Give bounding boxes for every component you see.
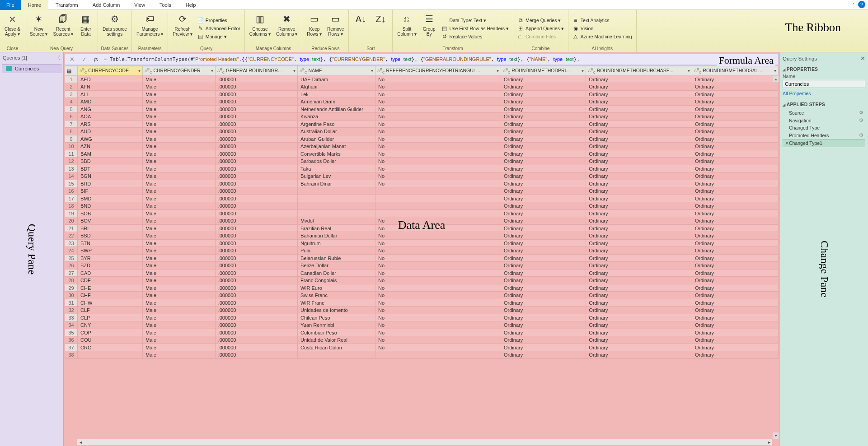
cell[interactable]: No <box>375 98 501 106</box>
cell[interactable]: Male <box>143 150 216 158</box>
replace-values-button[interactable]: ↺Replace Values <box>440 33 510 40</box>
cell[interactable]: No <box>375 277 501 284</box>
cell[interactable]: .000000 <box>215 284 297 292</box>
menu-tab-add-column[interactable]: Add Column <box>85 0 127 10</box>
formula-text[interactable]: = Table.TransformColumnTypes(#"Promoted … <box>103 56 768 62</box>
row-number[interactable]: 15 <box>65 180 78 187</box>
column-header[interactable]: ABC NAME▾ <box>298 66 375 76</box>
query-item-currencies[interactable]: Currencies <box>2 64 61 73</box>
cell[interactable]: Ordinary <box>501 150 586 158</box>
cell[interactable]: Ordinary <box>586 98 692 106</box>
cell[interactable]: Male <box>143 128 216 135</box>
merge-queries-button[interactable]: ⧉Merge Queries ▾ <box>516 17 565 24</box>
cell[interactable]: .000000 <box>215 329 297 336</box>
cell[interactable]: Male <box>143 165 216 172</box>
close-settings-icon[interactable]: ✕ <box>860 55 865 62</box>
cell[interactable]: Ordinary <box>692 202 778 210</box>
cell[interactable]: .000000 <box>215 113 297 121</box>
cell[interactable]: Ordinary <box>501 344 586 351</box>
cell[interactable]: Male <box>143 75 216 83</box>
cell[interactable]: CRC <box>78 344 143 351</box>
cell[interactable]: Male <box>143 314 216 321</box>
table-row[interactable]: 2AFNMale.000000AfghaniNoOrdinaryOrdinary… <box>65 83 779 91</box>
row-number[interactable]: 21 <box>65 224 78 232</box>
cell[interactable]: UAE Dirham <box>298 75 375 83</box>
cell[interactable]: .000000 <box>215 299 297 307</box>
cell[interactable]: Bahamian Dollar <box>298 232 375 240</box>
table-row[interactable]: 25BYRMale.000000Belarussian RubleNoOrdin… <box>65 254 779 262</box>
cell[interactable]: Male <box>143 269 216 277</box>
cell[interactable]: Ordinary <box>586 135 692 143</box>
cell[interactable]: No <box>375 321 501 329</box>
cell[interactable]: Ordinary <box>586 292 692 299</box>
cell[interactable]: Ordinary <box>501 314 586 321</box>
table-row[interactable]: 35COPMale.000000Colombian PesoNoOrdinary… <box>65 329 779 336</box>
cell[interactable]: No <box>375 336 501 344</box>
cell[interactable]: Ordinary <box>692 336 778 344</box>
cell[interactable]: Ordinary <box>586 113 692 121</box>
cell[interactable]: No <box>375 329 501 336</box>
cell[interactable]: Ordinary <box>586 209 692 217</box>
cell[interactable]: Male <box>143 336 216 344</box>
cell[interactable]: Afghani <box>298 83 375 91</box>
row-number[interactable]: 4 <box>65 98 78 106</box>
cell[interactable]: .000000 <box>215 277 297 284</box>
column-filter-icon[interactable]: ▾ <box>211 68 213 73</box>
row-number[interactable]: 2 <box>65 83 78 91</box>
delete-step-icon[interactable]: ✕ <box>785 140 789 146</box>
row-number[interactable]: 10 <box>65 143 78 150</box>
table-row[interactable]: 16BIFMale.000000OrdinaryOrdinaryOrdinary <box>65 187 779 195</box>
cell[interactable]: AUD <box>78 128 143 135</box>
cell[interactable]: No <box>375 128 501 135</box>
all-properties-link[interactable]: All Properties <box>783 91 865 96</box>
cell[interactable]: No <box>375 254 501 262</box>
cell[interactable]: Ordinary <box>501 202 586 210</box>
cell[interactable]: Ordinary <box>692 239 778 247</box>
cell[interactable]: Canadian Dollar <box>298 269 375 277</box>
cell[interactable]: Ordinary <box>692 83 778 91</box>
cell[interactable]: Male <box>143 299 216 307</box>
cell[interactable]: Male <box>143 284 216 292</box>
cell[interactable]: Swiss Franc <box>298 292 375 299</box>
column-filter-icon[interactable]: ▾ <box>688 68 690 73</box>
cell[interactable]: Ordinary <box>586 180 692 187</box>
cell[interactable]: AFN <box>78 83 143 91</box>
cell[interactable]: BND <box>78 202 143 210</box>
cell[interactable]: Male <box>143 292 216 299</box>
row-number[interactable]: 3 <box>65 90 78 98</box>
cell[interactable]: Male <box>143 217 216 225</box>
cell[interactable]: BTN <box>78 239 143 247</box>
cell[interactable]: .000000 <box>215 292 297 299</box>
cell[interactable]: Ordinary <box>586 329 692 336</box>
cell[interactable]: .000000 <box>215 150 297 158</box>
column-filter-icon[interactable]: ▾ <box>371 68 373 73</box>
column-header[interactable]: ABC ROUNDINGMETHODPURCHASE...▾ <box>586 66 692 76</box>
cell[interactable]: Ordinary <box>692 195 778 202</box>
cell[interactable]: Ordinary <box>692 224 778 232</box>
cell[interactable]: Ordinary <box>586 150 692 158</box>
cell[interactable]: Franc Congolais <box>298 277 375 284</box>
cell[interactable]: Ordinary <box>586 314 692 321</box>
cell[interactable]: Ordinary <box>586 143 692 150</box>
cell[interactable]: Ordinary <box>501 336 586 344</box>
cell[interactable]: .000000 <box>215 217 297 225</box>
cell[interactable]: Male <box>143 277 216 284</box>
cell[interactable]: .000000 <box>215 247 297 255</box>
applied-step[interactable]: Navigation⚙ <box>783 116 865 124</box>
cell[interactable]: No <box>375 83 501 91</box>
cell[interactable]: No <box>375 105 501 113</box>
advanced-editor-button[interactable]: ✎Advanced Editor <box>196 25 242 32</box>
cell[interactable] <box>298 209 375 217</box>
row-number[interactable]: 13 <box>65 165 78 172</box>
cell[interactable]: Taka <box>298 165 375 172</box>
cell[interactable]: .000000 <box>215 105 297 113</box>
collapse-ribbon-button[interactable]: ˄ <box>852 3 854 8</box>
cell[interactable]: Ordinary <box>692 351 778 359</box>
cell[interactable]: Ordinary <box>501 224 586 232</box>
cell[interactable]: COP <box>78 329 143 336</box>
cell[interactable]: Male <box>143 187 216 195</box>
column-header[interactable]: ABC REFERENCECURRENCYFORTRIANGUL...▾ <box>375 66 501 76</box>
cell[interactable]: No <box>375 120 501 128</box>
cell[interactable]: Convertible Marks <box>298 150 375 158</box>
cell[interactable]: Ordinary <box>501 120 586 128</box>
